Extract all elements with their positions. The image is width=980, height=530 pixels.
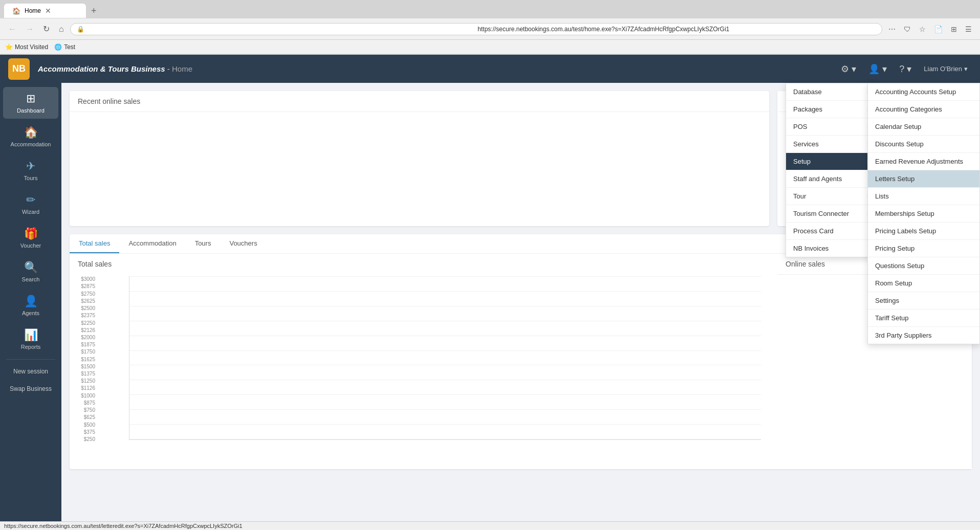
- nav-right-buttons: ⋯ 🛡 ☆ 📄 ⊞ ☰: [885, 23, 975, 35]
- lock-icon: 🔒: [77, 26, 475, 33]
- shield-button[interactable]: 🛡: [901, 23, 914, 35]
- dropdown-process-card[interactable]: Process Card: [786, 223, 877, 240]
- dropdown-services[interactable]: Services »: [786, 136, 877, 153]
- sidebar-item-new-session[interactable]: New session: [3, 364, 58, 379]
- dropdown-memberships-setup[interactable]: Memberships Setup: [868, 205, 979, 223]
- menu-button[interactable]: ☰: [962, 23, 975, 35]
- sidebar-label-reports: Reports: [21, 344, 41, 350]
- forward-button[interactable]: →: [23, 23, 37, 36]
- sidebar-item-wizard[interactable]: ✏ Wizard: [3, 188, 58, 220]
- sidebar-label-wizard: Wizard: [22, 209, 39, 215]
- app-subtitle: Home: [172, 64, 192, 73]
- chart-main: Total sales $250 $375 $500 $625 $750 $87…: [70, 254, 769, 469]
- chart-layout: Total sales $250 $375 $500 $625 $750 $87…: [70, 254, 972, 469]
- dropdown-nb-invoices[interactable]: NB Invoices: [786, 240, 877, 257]
- bars-area: [129, 276, 761, 440]
- synced-tabs-button[interactable]: ⊞: [948, 23, 960, 35]
- sidebar-item-swap-business[interactable]: Swap Business: [3, 381, 58, 396]
- voucher-icon: 🎁: [24, 227, 38, 240]
- sidebar-item-agents[interactable]: 👤 Agents: [3, 290, 58, 321]
- tab-title: Home: [25, 7, 41, 14]
- accommodation-icon: 🏠: [24, 126, 38, 139]
- dropdown-discounts-setup[interactable]: Discounts Setup: [868, 136, 979, 153]
- dropdown-3rd-party-suppliers[interactable]: 3rd Party Suppliers: [868, 327, 979, 344]
- header-icons: ⚙ ▾ 👤 ▾ ? ▾ Liam O'Brien ▾: [837, 60, 972, 78]
- sidebar-item-dashboard[interactable]: ⊞ Dashboard: [3, 87, 58, 119]
- help-button[interactable]: ? ▾: [895, 60, 916, 78]
- home-button[interactable]: ⌂: [56, 23, 67, 36]
- dropdown-packages[interactable]: Packages »: [786, 101, 877, 118]
- tab-vouchers[interactable]: Vouchers: [220, 234, 266, 253]
- dropdown-accounting-categories[interactable]: Accounting Categories: [868, 101, 979, 118]
- dropdown-database[interactable]: Database »: [786, 83, 877, 101]
- dropdown-room-setup[interactable]: Room Setup: [868, 275, 979, 292]
- browser-nav: ← → ↻ ⌂ 🔒 https://secure.netbookings.com…: [0, 18, 980, 40]
- address-bar[interactable]: 🔒 https://secure.netbookings.com.au/test…: [70, 23, 882, 35]
- dropdown-pricing-setup[interactable]: Pricing Setup: [868, 240, 979, 257]
- recent-sales-title: Recent online sales: [78, 97, 761, 105]
- dropdown-tariff-setup[interactable]: Tariff Setup: [868, 310, 979, 327]
- status-bar: https://secure.netbookings.com.au/test/l…: [0, 521, 980, 530]
- dropdown-staff-agents[interactable]: Staff and Agents »: [786, 170, 877, 188]
- dropdown-questions-setup[interactable]: Questions Setup: [868, 257, 979, 275]
- reader-button[interactable]: 📄: [931, 23, 946, 35]
- user-name-button[interactable]: Liam O'Brien ▾: [920, 62, 972, 76]
- user-menu-button[interactable]: 👤 ▾: [864, 60, 891, 78]
- search-icon: 🔍: [24, 261, 38, 274]
- reports-icon: 📊: [24, 328, 38, 342]
- sidebar-item-voucher[interactable]: 🎁 Voucher: [3, 222, 58, 254]
- sidebar-item-reports[interactable]: 📊 Reports: [3, 323, 58, 355]
- new-tab-button[interactable]: +: [86, 3, 102, 19]
- tours-icon: ✈: [26, 160, 35, 173]
- app-title-separator: -: [167, 64, 172, 73]
- bar-chart: $250 $375 $500 $625 $750 $875 $1000 $112…: [70, 268, 769, 462]
- sidebar-label-agents: Agents: [22, 310, 39, 316]
- tab-tours[interactable]: Tours: [186, 234, 221, 253]
- dropdown-setup[interactable]: Setup »: [786, 153, 877, 170]
- agents-icon: 👤: [24, 295, 38, 308]
- dropdown-tour[interactable]: Tour »: [786, 188, 877, 205]
- star-button[interactable]: ☆: [916, 23, 929, 35]
- tab-accommodation[interactable]: Accommodation: [119, 234, 185, 253]
- dropdown-tourism-connecter[interactable]: Tourism Connecter »: [786, 205, 877, 223]
- app: NB Accommodation & Tours Business - Home…: [0, 55, 980, 530]
- dropdown-earned-revenue-adjustments[interactable]: Earned Revenue Adjustments: [868, 153, 979, 170]
- user-chevron: ▾: [964, 65, 968, 73]
- url-text: https://secure.netbookings.com.au/test/h…: [477, 26, 876, 33]
- dropdown-pricing-labels-setup[interactable]: Pricing Labels Setup: [868, 223, 979, 240]
- tab-total-sales[interactable]: Total sales: [70, 234, 119, 253]
- sidebar-label-dashboard: Dashboard: [17, 107, 45, 114]
- setup-submenu: Accounting Accounts Setup Accounting Cat…: [867, 83, 980, 344]
- extensions-button[interactable]: ⋯: [885, 23, 899, 35]
- bookmark-test[interactable]: 🌐 Test: [54, 43, 75, 51]
- sidebar-label-accommodation: Accommodation: [11, 141, 51, 147]
- settings-dropdown: Database » Packages » POS » Services » S…: [786, 83, 878, 257]
- wizard-icon: ✏: [26, 193, 35, 207]
- sidebar: ⊞ Dashboard 🏠 Accommodation ✈ Tours ✏ Wi…: [0, 83, 61, 530]
- dropdown-lists[interactable]: Lists: [868, 188, 979, 205]
- reload-button[interactable]: ↻: [40, 22, 53, 36]
- dropdown-settings[interactable]: Settings: [868, 292, 979, 310]
- app-header: NB Accommodation & Tours Business - Home…: [0, 55, 980, 83]
- sidebar-label-voucher: Voucher: [20, 242, 41, 249]
- settings-button[interactable]: ⚙ ▾: [837, 60, 860, 78]
- back-button[interactable]: ←: [5, 23, 19, 36]
- dropdown-letters-setup[interactable]: Letters Setup: [868, 170, 979, 188]
- dropdown-pos[interactable]: POS »: [786, 118, 877, 136]
- dropdown-calendar-setup[interactable]: Calendar Setup: [868, 118, 979, 136]
- browser-tabs: 🏠 Home ✕ +: [0, 0, 980, 18]
- dropdown-accounting-accounts-setup[interactable]: Accounting Accounts Setup: [868, 83, 979, 101]
- app-logo: NB: [8, 58, 30, 80]
- tab-close-button[interactable]: ✕: [45, 7, 51, 15]
- sidebar-item-tours[interactable]: ✈ Tours: [3, 154, 58, 186]
- bookmark-most-visited[interactable]: ⭐ Most Visited: [5, 43, 48, 51]
- sidebar-divider: [6, 359, 55, 360]
- sidebar-item-search[interactable]: 🔍 Search: [3, 256, 58, 288]
- status-url: https://secure.netbookings.com.au/test/l…: [4, 523, 243, 529]
- sidebar-item-accommodation[interactable]: 🏠 Accommodation: [3, 121, 58, 152]
- app-title-text: Accommodation & Tours Business: [38, 64, 165, 73]
- chart-title: Total sales: [70, 254, 769, 268]
- chart-panel: Total sales Accommodation Tours Vouchers…: [70, 234, 972, 469]
- y-axis-labels: $250 $375 $500 $625 $750 $875 $1000 $112…: [70, 276, 98, 442]
- browser-tab-home[interactable]: 🏠 Home ✕: [4, 4, 86, 18]
